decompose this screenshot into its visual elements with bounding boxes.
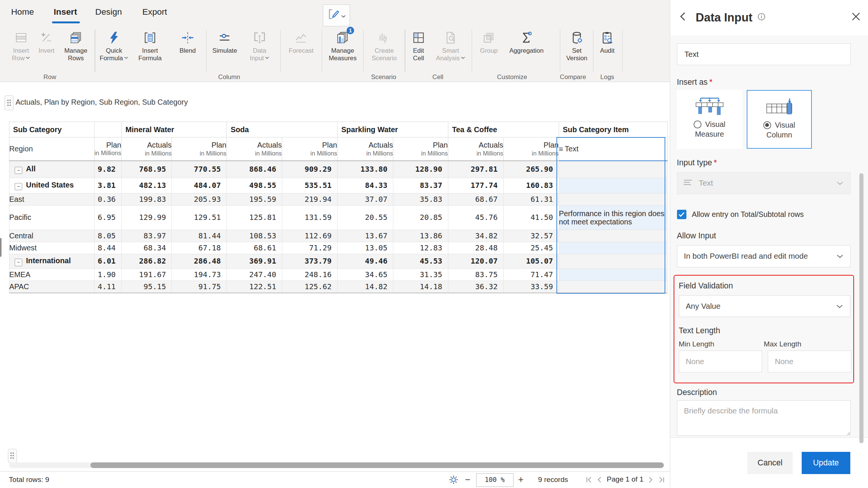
text-type-icon bbox=[684, 178, 692, 188]
last-page-button[interactable] bbox=[659, 475, 665, 483]
visual-drag-handle[interactable] bbox=[5, 95, 14, 110]
zoom-out-button[interactable]: − bbox=[465, 474, 471, 485]
ribbon-button-quick-formula[interactable]: QuickFormula bbox=[98, 29, 131, 74]
data-cell: 131.59 bbox=[282, 206, 337, 230]
panel-scrollbar-thumb[interactable] bbox=[859, 173, 863, 443]
tab-export[interactable]: Export bbox=[142, 7, 167, 17]
settings-gear-icon[interactable] bbox=[448, 474, 459, 487]
sub-category-item-cell[interactable] bbox=[559, 161, 667, 178]
tab-design[interactable]: Design bbox=[95, 7, 122, 17]
text-field-header-cell[interactable]: ≡Text bbox=[559, 137, 667, 161]
collapse-toggle[interactable]: − bbox=[15, 259, 22, 266]
max-length-input[interactable] bbox=[768, 351, 851, 373]
edit-mode-button[interactable] bbox=[323, 5, 350, 26]
back-icon[interactable] bbox=[679, 12, 687, 23]
ribbon-button-edit-cell[interactable]: EditCell bbox=[406, 29, 431, 74]
bottom-drag-handle[interactable] bbox=[8, 449, 17, 463]
data-cell: 160.83 bbox=[503, 178, 559, 193]
tab-home[interactable]: Home bbox=[11, 7, 34, 17]
allow-input-select[interactable]: In both PowerBI read and edit mode bbox=[677, 245, 851, 267]
table-row: Midwest8.4468.3467.1868.6171.2913.0512.8… bbox=[9, 242, 667, 254]
data-cell: 128.90 bbox=[393, 161, 448, 178]
data-cell: 768.95 bbox=[121, 161, 172, 178]
zoom-level-input[interactable]: 100 % bbox=[476, 473, 513, 487]
panel-footer: Cancel Update bbox=[670, 437, 868, 488]
sub-category-item-cell[interactable] bbox=[559, 193, 667, 205]
ribbon-button-manage-rows[interactable]: ManageRows bbox=[59, 29, 93, 74]
ribbon-button-insert-formula[interactable]: InsertFormula bbox=[133, 29, 167, 74]
data-cell: 12.83 bbox=[393, 242, 448, 254]
create-scenario-icon bbox=[377, 30, 391, 45]
tab-insert[interactable]: Insert bbox=[54, 7, 77, 17]
measure-header-plan: Planin Millions bbox=[282, 137, 337, 161]
description-label: Description bbox=[677, 388, 851, 397]
text-length-label: Text Length bbox=[679, 326, 849, 336]
visual-column-radio[interactable] bbox=[763, 121, 771, 129]
sub-category-item-cell[interactable]: Performance in this region does not meet… bbox=[559, 206, 667, 230]
ribbon-button-set-version[interactable]: SetVersion bbox=[561, 29, 592, 74]
data-cell: 498.55 bbox=[226, 178, 282, 193]
ribbon-button-manage-measures[interactable]: 1ManageMeasures bbox=[323, 29, 362, 74]
allow-entry-row[interactable]: Allow entry on Total/Subtotal rows bbox=[677, 210, 851, 219]
min-length-input[interactable] bbox=[679, 351, 763, 373]
data-cell: 25.45 bbox=[503, 242, 559, 254]
collapse-toggle[interactable]: − bbox=[15, 183, 22, 191]
field-name-input[interactable] bbox=[677, 43, 851, 66]
sub-category-item-cell[interactable] bbox=[559, 242, 667, 254]
measure-header-plan: Planin Millions bbox=[172, 137, 226, 161]
sub-category-item-cell[interactable] bbox=[559, 254, 667, 268]
sub-category-item-cell[interactable] bbox=[559, 230, 667, 242]
ribbon-group-separator bbox=[206, 30, 206, 72]
measure-header-actuals: Actualsin Millions bbox=[226, 137, 282, 161]
chevron-down-icon bbox=[836, 302, 843, 311]
data-cell: 120.07 bbox=[448, 254, 503, 268]
description-textarea[interactable] bbox=[677, 400, 851, 436]
data-cell: 219.94 bbox=[282, 193, 337, 205]
first-page-button[interactable] bbox=[586, 475, 592, 483]
data-cell: 83.75 bbox=[448, 268, 503, 281]
data-cell: 108.53 bbox=[226, 230, 282, 242]
forecast-icon bbox=[294, 30, 308, 45]
horizontal-scrollbar-thumb[interactable] bbox=[90, 462, 664, 468]
data-cell: 129.99 bbox=[121, 206, 172, 230]
ribbon-button-simulate[interactable]: Simulate bbox=[208, 29, 241, 74]
data-cell: 286.82 bbox=[121, 254, 172, 268]
sub-category-item-cell[interactable] bbox=[559, 281, 667, 293]
visual-measure-radio[interactable] bbox=[694, 120, 701, 128]
data-cell: 297.81 bbox=[448, 161, 503, 178]
ribbon-button-label: ManageRows bbox=[64, 47, 87, 62]
allow-entry-label: Allow entry on Total/Subtotal rows bbox=[692, 210, 804, 219]
measure-header-actuals: Actualsin Millions bbox=[121, 137, 172, 161]
collapse-toggle[interactable]: − bbox=[15, 167, 22, 174]
insert-as-label: Insert as* bbox=[677, 78, 851, 87]
row-label-emea: EMEA bbox=[9, 268, 94, 281]
ribbon-button-blend[interactable]: Blend bbox=[172, 29, 204, 74]
row-label-pacific: Pacific bbox=[9, 206, 94, 230]
ribbon-group-label-row: Row bbox=[43, 73, 56, 81]
smart-analysis-icon bbox=[443, 30, 458, 45]
visual-column-option[interactable]: Visual Column bbox=[747, 90, 812, 149]
chevron-down-icon bbox=[265, 56, 269, 59]
cell-plan-clipped: 9.82 bbox=[94, 161, 121, 178]
visual-measure-option[interactable]: Visual Measure bbox=[677, 90, 742, 149]
data-cell: 31.35 bbox=[393, 268, 448, 281]
info-icon[interactable] bbox=[758, 13, 766, 23]
zoom-in-button[interactable]: + bbox=[518, 474, 524, 485]
ribbon-button-audit[interactable]: Audit bbox=[594, 29, 620, 74]
field-validation-select[interactable]: Any Value bbox=[679, 295, 851, 317]
prev-page-button[interactable] bbox=[597, 475, 602, 483]
vertical-scroll-indicator[interactable] bbox=[0, 238, 2, 257]
next-page-button[interactable] bbox=[648, 475, 653, 483]
cancel-button[interactable]: Cancel bbox=[747, 452, 793, 474]
ribbon-button-aggregation[interactable]: Aggregation bbox=[504, 29, 549, 74]
horizontal-scrollbar[interactable] bbox=[9, 462, 664, 468]
simulate-icon bbox=[217, 30, 232, 45]
ribbon-group-label-scenario: Scenario bbox=[371, 73, 396, 81]
ribbon-group-separator bbox=[622, 30, 623, 72]
close-icon[interactable] bbox=[852, 12, 860, 23]
sub-category-item-cell[interactable] bbox=[559, 178, 667, 193]
update-button[interactable]: Update bbox=[802, 452, 850, 474]
sub-category-item-cell[interactable] bbox=[559, 268, 667, 281]
allow-entry-checkbox[interactable] bbox=[677, 210, 686, 219]
data-cell: 286.48 bbox=[172, 254, 226, 268]
